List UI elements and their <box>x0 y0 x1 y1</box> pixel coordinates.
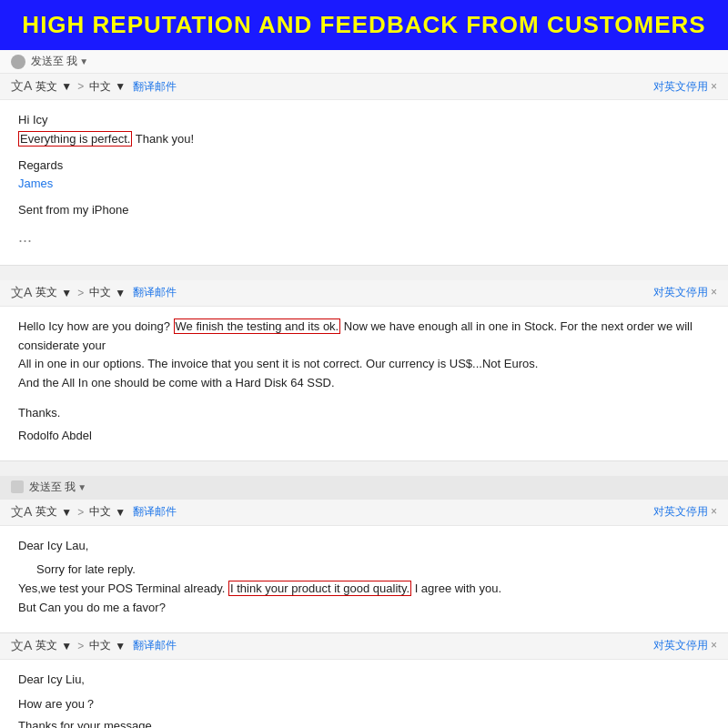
close-icon-2[interactable]: × <box>711 286 717 298</box>
to-lang-3[interactable]: 中文 ▼ <box>89 504 126 520</box>
lang-arrow-3: > <box>77 506 84 519</box>
email1-name: James <box>18 175 710 194</box>
disable-btn-3[interactable]: 对英文停用 × <box>653 504 717 520</box>
email-block-1: 发送至 我 ▼ 文A 英文 ▼ > 中文 ▼ 翻译邮件 对英文停用 × Hi I… <box>0 50 728 266</box>
translate-btn-1[interactable]: 翻译邮件 <box>133 79 177 95</box>
email2-line1: Hello Icy how are you doing? We finish t… <box>18 318 710 356</box>
translate-bar-2: 文A 英文 ▼ > 中文 ▼ 翻译邮件 对英文停用 × <box>0 280 728 307</box>
translate-bar-1: 文A 英文 ▼ > 中文 ▼ 翻译邮件 对英文停用 × <box>0 74 728 100</box>
send-bar-icon-3 <box>11 480 24 493</box>
to-lang-dropdown-4[interactable]: ▼ <box>115 640 126 652</box>
translate-btn-2[interactable]: 翻译邮件 <box>133 285 177 300</box>
to-lang-4[interactable]: 中文 ▼ <box>89 638 126 653</box>
translate-btn-4[interactable]: 翻译邮件 <box>133 638 177 653</box>
email-block-3: 发送至 我 ▼ 文A 英文 ▼ > 中文 ▼ 翻译邮件 对英文停用 × Dear… <box>0 476 728 633</box>
send-bar-dropdown-1[interactable]: ▼ <box>79 56 88 66</box>
email2-highlight: We finish the testing and its ok. <box>174 318 341 334</box>
from-lang-2[interactable]: 英文 ▼ <box>35 285 72 300</box>
close-icon-1[interactable]: × <box>711 80 717 93</box>
spacer-2 <box>0 461 728 476</box>
translate-icon-2: 文A <box>11 285 32 301</box>
banner: HIGH REPUTATION AND FEEDBACK FROM CUSTOM… <box>0 0 728 50</box>
email-body-1: Hi Icy Everything is perfect. Thank you!… <box>0 100 728 265</box>
email1-line1: Hi Icy <box>18 111 710 130</box>
translate-icon-1: 文A <box>11 78 32 95</box>
email1-highlight: Everything is perfect. <box>18 131 132 147</box>
lang-dropdown-1[interactable]: ▼ <box>61 80 72 93</box>
disable-btn-2[interactable]: 对英文停用 × <box>653 285 717 300</box>
lang-dropdown-3[interactable]: ▼ <box>61 506 72 519</box>
lang-arrow-1: > <box>77 80 84 93</box>
disable-btn-1[interactable]: 对英文停用 × <box>653 79 717 95</box>
email4-line2: How are you？ <box>18 695 710 714</box>
spacer-1 <box>0 266 728 280</box>
lang-dropdown-2[interactable]: ▼ <box>61 287 72 299</box>
translate-bar-4: 文A 英文 ▼ > 中文 ▼ 翻译邮件 对英文停用 × <box>0 633 728 660</box>
email1-line3: Regards <box>18 157 710 176</box>
translate-icon-3: 文A <box>11 504 32 521</box>
to-lang-2[interactable]: 中文 ▼ <box>89 285 126 300</box>
email-body-2: Hello Icy how are you doing? We finish t… <box>0 307 728 460</box>
banner-text: HIGH REPUTATION AND FEEDBACK FROM CUSTOM… <box>22 11 705 38</box>
send-bar-icon-1 <box>11 55 25 69</box>
disable-btn-4[interactable]: 对英文停用 × <box>653 638 717 653</box>
lang-dropdown-4[interactable]: ▼ <box>61 640 72 652</box>
email1-dots: ... <box>18 224 710 250</box>
from-lang-1[interactable]: 英文 ▼ <box>35 79 72 95</box>
email-block-4: 文A 英文 ▼ > 中文 ▼ 翻译邮件 对英文停用 × Dear Icy Liu… <box>0 633 728 728</box>
from-lang-3[interactable]: 英文 ▼ <box>35 504 72 520</box>
email2-name: Rodolfo Abdel <box>18 427 710 446</box>
email3-highlight: I think your product it good quality. <box>228 581 411 596</box>
send-bar-3: 发送至 我 ▼ <box>0 476 728 500</box>
email3-line3: Yes,we test your POS Terminal already. I… <box>18 580 710 599</box>
close-icon-3[interactable]: × <box>711 505 717 518</box>
email-body-4: Dear Icy Liu, How are you？ Thanks for yo… <box>0 660 728 728</box>
to-lang-dropdown-3[interactable]: ▼ <box>115 506 126 519</box>
email3-line1: Dear Icy Lau, <box>18 537 710 556</box>
send-bar-label-1: 发送至 我 <box>31 54 77 69</box>
email4-line3: Thanks for your message. <box>18 717 710 728</box>
to-lang-dropdown-2[interactable]: ▼ <box>115 287 126 299</box>
email2-line3: And the All In one should be come with a… <box>18 374 710 393</box>
email3-line2: Sorry for late reply. <box>36 561 710 580</box>
translate-btn-3[interactable]: 翻译邮件 <box>133 504 177 520</box>
email1-line4: Sent from my iPhone <box>18 201 710 220</box>
email1-line2: Everything is perfect. Thank you! <box>18 130 710 149</box>
email2-line4: Thanks. <box>18 404 710 423</box>
send-bar-1: 发送至 我 ▼ <box>0 50 728 74</box>
send-bar-label-3: 发送至 我 <box>29 480 76 495</box>
to-lang-dropdown-1[interactable]: ▼ <box>115 80 126 93</box>
email-block-2: 文A 英文 ▼ > 中文 ▼ 翻译邮件 对英文停用 × Hello Icy ho… <box>0 280 728 461</box>
close-icon-4[interactable]: × <box>711 639 717 652</box>
to-lang-1[interactable]: 中文 ▼ <box>89 79 126 95</box>
from-lang-4[interactable]: 英文 ▼ <box>35 638 72 653</box>
email2-line2: All in one in our options. The invoice t… <box>18 355 710 374</box>
translate-icon-4: 文A <box>11 638 32 654</box>
email4-line1: Dear Icy Liu, <box>18 671 710 690</box>
email-body-3: Dear Icy Lau, Sorry for late reply. Yes,… <box>0 526 728 632</box>
lang-arrow-4: > <box>77 640 84 652</box>
lang-arrow-2: > <box>77 287 84 299</box>
email3-line4: But Can you do me a favor? <box>18 599 710 618</box>
send-bar-dropdown-3[interactable]: ▼ <box>77 482 86 492</box>
translate-bar-3: 文A 英文 ▼ > 中文 ▼ 翻译邮件 对英文停用 × <box>0 500 728 526</box>
